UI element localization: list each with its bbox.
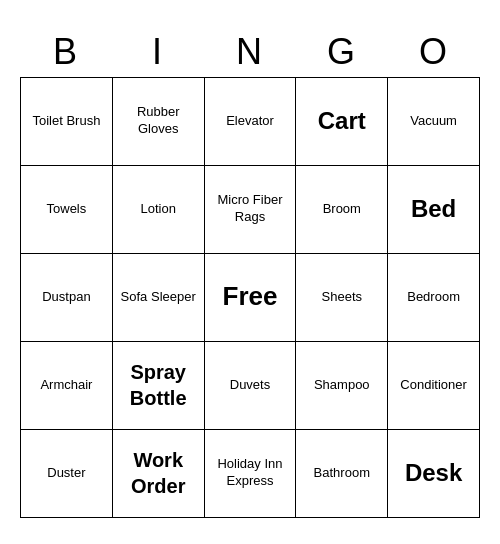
bingo-cell: Lotion: [113, 166, 205, 254]
bingo-cell: Free: [205, 254, 297, 342]
bingo-cell: Sofa Sleeper: [113, 254, 205, 342]
bingo-card: BINGO Toilet BrushRubber GlovesElevatorC…: [20, 27, 480, 518]
bingo-cell: Bed: [388, 166, 480, 254]
header-letter: G: [296, 27, 388, 77]
bingo-cell: Duvets: [205, 342, 297, 430]
bingo-cell: Vacuum: [388, 78, 480, 166]
bingo-cell: Broom: [296, 166, 388, 254]
header-letter: O: [388, 27, 480, 77]
bingo-cell: Sheets: [296, 254, 388, 342]
bingo-cell: Towels: [21, 166, 113, 254]
header-letter: I: [112, 27, 204, 77]
bingo-cell: Desk: [388, 430, 480, 518]
bingo-cell: Spray Bottle: [113, 342, 205, 430]
bingo-cell: Work Order: [113, 430, 205, 518]
bingo-cell: Holiday Inn Express: [205, 430, 297, 518]
bingo-header: BINGO: [20, 27, 480, 77]
bingo-cell: Duster: [21, 430, 113, 518]
header-letter: N: [204, 27, 296, 77]
bingo-cell: Toilet Brush: [21, 78, 113, 166]
bingo-cell: Bathroom: [296, 430, 388, 518]
bingo-cell: Rubber Gloves: [113, 78, 205, 166]
bingo-cell: Elevator: [205, 78, 297, 166]
bingo-cell: Shampoo: [296, 342, 388, 430]
bingo-cell: Bedroom: [388, 254, 480, 342]
header-letter: B: [20, 27, 112, 77]
bingo-cell: Armchair: [21, 342, 113, 430]
bingo-cell: Micro Fiber Rags: [205, 166, 297, 254]
bingo-cell: Dustpan: [21, 254, 113, 342]
bingo-cell: Cart: [296, 78, 388, 166]
bingo-grid: Toilet BrushRubber GlovesElevatorCartVac…: [20, 77, 480, 518]
bingo-cell: Conditioner: [388, 342, 480, 430]
